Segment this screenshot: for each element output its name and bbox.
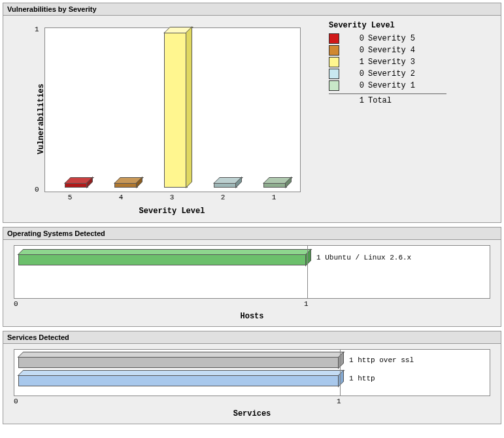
ytick-1: 1	[35, 25, 39, 33]
legend-label: Severity 5	[368, 34, 415, 43]
legend-count: 0	[344, 69, 364, 78]
bar-sev4	[114, 182, 137, 188]
services-bar-https	[18, 356, 339, 367]
grid-line	[340, 350, 341, 396]
legend-row-sev1: 0 Severity 1	[329, 80, 446, 92]
legend-swatch-sev5	[329, 33, 339, 44]
legend-count: 1	[344, 58, 364, 67]
legend-count: 0	[344, 46, 364, 55]
legend-swatch-sev4	[329, 45, 339, 56]
vulnerabilities-xticks: 5 4 3 2 1	[44, 194, 299, 201]
legend-count: 0	[344, 34, 364, 43]
vulnerabilities-chart: Vulnerabilities 1 0	[8, 21, 316, 217]
services-detected-plot: 1 http over ssl 1 http	[14, 349, 490, 396]
xtick: 1	[337, 397, 341, 405]
bar-sev1	[263, 182, 286, 188]
legend-label: Severity 4	[368, 46, 415, 55]
os-detected-body: 1 Ubuntu / Linux 2.6.x 0 1 Hosts	[3, 240, 501, 326]
vulnerabilities-plot	[44, 27, 301, 192]
vulnerabilities-panel-title: Vulnerabilities by Severity	[3, 3, 501, 16]
xtick: 1	[304, 300, 309, 308]
services-detected-title: Services Detected	[3, 331, 501, 344]
legend-row-sev5: 0 Severity 5	[329, 33, 446, 44]
legend-swatch-sev2	[329, 69, 339, 79]
services-xticks: 0 1	[14, 397, 490, 407]
services-bar-http	[18, 375, 339, 385]
legend-label: Severity 2	[368, 69, 415, 78]
vulnerabilities-panel-body: Vulnerabilities 1 0	[3, 16, 501, 222]
legend-total-label: Total	[368, 96, 392, 105]
legend-label: Severity 3	[368, 58, 415, 67]
services-bar-http-label: 1 http	[349, 375, 375, 382]
legend-swatch-sev3	[329, 57, 339, 67]
services-detected-body: 1 http over ssl 1 http 0 1 Services	[3, 344, 501, 424]
legend-row-sev3: 1 Severity 3	[329, 56, 446, 68]
xtick: 4	[95, 194, 146, 201]
os-detected-title: Operating Systems Detected	[3, 227, 501, 240]
legend-row-sev2: 0 Severity 2	[329, 68, 446, 80]
legend-swatch-sev1	[329, 80, 339, 91]
severity-legend: Severity Level 0 Severity 5 0 Severity 4…	[329, 21, 446, 217]
legend-total-row: 1 Total	[329, 96, 446, 105]
services-bar-https-label: 1 http over ssl	[349, 356, 414, 364]
os-xlabel: Hosts	[8, 312, 496, 321]
xtick: 0	[14, 397, 18, 405]
xtick: 3	[146, 194, 197, 201]
os-bar-ubuntu-label: 1 Ubuntu / Linux 2.6.x	[316, 254, 411, 261]
services-detected-panel: Services Detected 1 http over ssl 1 http…	[3, 331, 501, 424]
ytick-0: 0	[35, 186, 39, 194]
severity-legend-title: Severity Level	[329, 21, 446, 30]
bar-sev3	[164, 32, 186, 188]
legend-row-sev4: 0 Severity 4	[329, 44, 446, 56]
xtick: 0	[14, 300, 18, 308]
os-bar-ubuntu	[18, 254, 306, 264]
xtick: 1	[248, 194, 299, 201]
xtick: 5	[44, 194, 95, 201]
legend-total-count: 1	[344, 96, 364, 105]
services-xlabel: Services	[8, 409, 496, 418]
legend-label: Severity 1	[368, 81, 415, 90]
os-detected-panel: Operating Systems Detected 1 Ubuntu / Li…	[3, 227, 501, 327]
os-xticks: 0 1	[14, 300, 490, 309]
legend-count: 0	[344, 81, 364, 90]
grid-line	[307, 246, 308, 298]
os-detected-plot: 1 Ubuntu / Linux 2.6.x	[14, 245, 490, 299]
bar-sev5	[65, 182, 87, 188]
vulnerabilities-panel: Vulnerabilities by Severity Vulnerabilit…	[3, 3, 501, 223]
bar-sev2	[214, 182, 236, 188]
legend-separator	[329, 93, 446, 94]
vulnerabilities-xlabel: Severity Level	[44, 207, 299, 216]
xtick: 2	[197, 194, 248, 201]
